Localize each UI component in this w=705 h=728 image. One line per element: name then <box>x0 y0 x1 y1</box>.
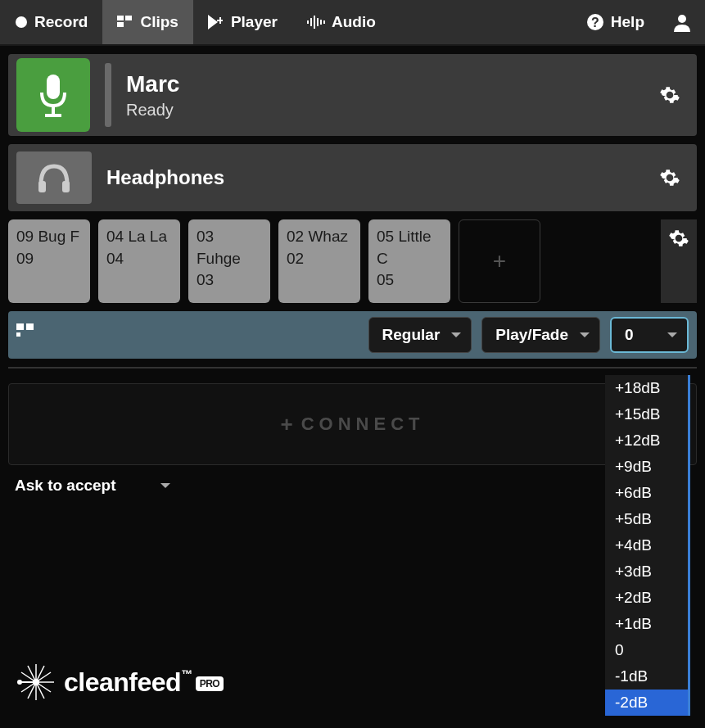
ask-to-accept-dropdown[interactable]: Ask to accept <box>15 477 690 495</box>
clip-slot[interactable]: 05 Little C 05 <box>368 219 450 303</box>
divider <box>8 367 697 369</box>
playback-dropdown[interactable]: Play/Fade <box>481 317 600 353</box>
svg-rect-20 <box>62 181 70 192</box>
headphones-icon <box>36 161 72 194</box>
chevron-down-icon <box>580 332 590 337</box>
nav-clips-label: Clips <box>140 13 178 31</box>
gain-option[interactable]: +5dB <box>605 506 688 532</box>
clip-slot[interactable]: 04 La La 04 <box>98 219 180 303</box>
svg-point-0 <box>16 16 27 28</box>
clip-slot[interactable]: 03 Fuhge 03 <box>188 219 270 303</box>
add-clip-button[interactable]: + <box>459 219 540 303</box>
svg-point-15 <box>678 15 686 23</box>
headphones-toggle[interactable] <box>16 151 92 204</box>
mic-settings-button[interactable] <box>658 83 682 107</box>
nav-audio-label: Audio <box>332 13 376 31</box>
clips-icon <box>117 16 133 29</box>
gear-icon <box>659 84 680 106</box>
svg-marker-4 <box>208 15 218 29</box>
svg-rect-12 <box>323 20 325 24</box>
svg-rect-8 <box>310 18 312 26</box>
level-meter <box>105 63 111 127</box>
headphones-settings-button[interactable] <box>658 165 682 190</box>
nav-player-label: Player <box>231 13 278 31</box>
gain-option[interactable]: +2dB <box>605 585 688 611</box>
brand-logo: cleanfeed™PRO <box>16 662 224 702</box>
gain-option[interactable]: +3dB <box>605 558 688 585</box>
chevron-down-icon <box>160 483 170 488</box>
clip-line2: 03 <box>197 269 262 292</box>
gain-option[interactable]: -1dB <box>605 663 688 690</box>
nav-player[interactable]: Player <box>193 0 292 44</box>
svg-rect-9 <box>314 16 315 29</box>
clips-row: 09 Bug F 09 04 La La 04 03 Fuhge 03 02 W… <box>8 219 697 303</box>
mic-status: Ready <box>126 101 643 120</box>
clip-line2: 09 <box>16 248 82 270</box>
help-icon: ? <box>586 13 604 31</box>
svg-rect-11 <box>320 20 322 25</box>
record-icon <box>15 16 28 29</box>
nav-clips[interactable]: Clips <box>102 0 192 44</box>
gain-option[interactable]: +4dB <box>605 532 688 558</box>
nav-record[interactable]: Record <box>0 0 102 44</box>
connect-label: CONNECT <box>301 414 425 435</box>
clip-line2: 04 <box>106 248 172 270</box>
clip-line1: 09 Bug F <box>16 226 82 248</box>
clips-settings-button[interactable] <box>661 219 697 303</box>
gain-option[interactable]: 0 <box>605 637 688 663</box>
nav-help[interactable]: ? Help <box>572 0 659 44</box>
svg-rect-17 <box>52 106 55 114</box>
nav-record-label: Record <box>34 13 88 31</box>
nav-help-label: Help <box>611 13 644 31</box>
svg-rect-7 <box>307 20 309 24</box>
gain-option[interactable]: -2dB <box>605 690 688 716</box>
gain-option[interactable]: +15dB <box>605 401 688 427</box>
gain-option[interactable]: +18dB <box>605 375 688 401</box>
plus-icon: + <box>493 248 506 274</box>
clip-line1: 04 La La <box>106 226 172 248</box>
svg-rect-2 <box>125 16 132 20</box>
svg-rect-18 <box>45 114 61 117</box>
svg-rect-6 <box>219 17 221 24</box>
clip-line1: 05 Little C <box>377 226 442 269</box>
user-icon <box>672 12 692 32</box>
headphones-title: Headphones <box>106 166 643 189</box>
gain-menu: +18dB +15dB +12dB +9dB +6dB +5dB +4dB +3… <box>605 375 690 716</box>
clip-line1: 02 Whaz <box>287 226 352 248</box>
microphone-icon <box>37 73 70 117</box>
gain-option[interactable]: +1dB <box>605 611 688 637</box>
svg-rect-10 <box>317 18 319 26</box>
nav-user[interactable] <box>659 0 705 45</box>
mic-title: Marc <box>126 71 643 97</box>
chevron-down-icon <box>667 332 677 337</box>
ask-label: Ask to accept <box>15 477 116 495</box>
gain-option[interactable]: +12dB <box>605 427 688 454</box>
gain-option[interactable]: +9dB <box>605 454 688 480</box>
logo-sunburst-icon <box>16 662 56 702</box>
nav-audio[interactable]: Audio <box>292 0 391 44</box>
audio-icon <box>307 15 325 29</box>
player-icon <box>208 15 224 29</box>
clip-slot[interactable]: 09 Bug F 09 <box>8 219 90 303</box>
mic-toggle[interactable] <box>16 58 90 132</box>
connect-button[interactable]: + CONNECT <box>8 383 697 465</box>
svg-rect-1 <box>117 16 124 20</box>
clip-control-bar: Regular Play/Fade 0 <box>8 311 697 359</box>
mode-label: Regular <box>382 326 441 344</box>
logo-text: cleanfeed™PRO <box>64 667 224 698</box>
gain-option[interactable]: +6dB <box>605 480 688 506</box>
layout-icon[interactable] <box>16 323 39 346</box>
playback-label: Play/Fade <box>495 326 568 344</box>
gain-label: 0 <box>625 326 634 344</box>
svg-rect-3 <box>117 22 124 27</box>
svg-rect-23 <box>16 332 20 337</box>
chevron-down-icon <box>451 332 461 337</box>
svg-rect-21 <box>16 323 24 330</box>
svg-text:?: ? <box>591 16 599 29</box>
gain-dropdown[interactable]: 0 <box>610 317 689 353</box>
clip-slot[interactable]: 02 Whaz 02 <box>278 219 360 303</box>
svg-rect-22 <box>26 323 34 330</box>
clip-line1: 03 Fuhge <box>197 226 262 269</box>
top-nav: Record Clips Player Audio ? Help <box>0 0 705 46</box>
mode-dropdown[interactable]: Regular <box>368 317 472 353</box>
